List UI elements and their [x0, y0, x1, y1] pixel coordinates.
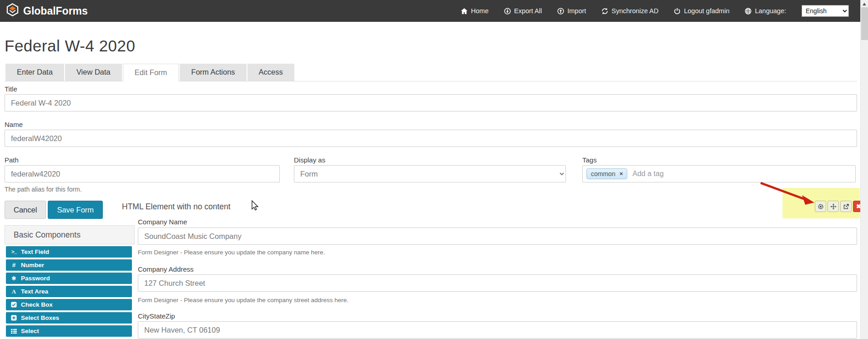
title-input[interactable]	[5, 94, 857, 111]
name-label: Name	[5, 121, 857, 128]
form-builder-area: Cancel Save Form Basic Components >_ Tex…	[5, 201, 857, 339]
tag-text: common	[591, 170, 616, 177]
component-select[interactable]: Select	[6, 325, 132, 337]
html-element-component: HTML Element with no content	[122, 202, 857, 212]
company-address-label: Company Address	[138, 265, 857, 273]
component-text-field[interactable]: >_ Text Field	[6, 246, 132, 258]
tab-access[interactable]: Access	[247, 64, 294, 81]
nav-export-all[interactable]: Export All	[504, 7, 542, 15]
nav-synchronize-ad[interactable]: Synchronize AD	[601, 7, 658, 15]
citystatezip-input[interactable]	[138, 321, 857, 339]
vertical-scrollbar	[860, 0, 868, 339]
component-password[interactable]: Password	[6, 273, 132, 284]
plus-square-icon	[10, 315, 17, 321]
name-input[interactable]	[5, 130, 857, 147]
list-icon	[10, 329, 17, 334]
tag-pill-common: common ×	[586, 168, 627, 179]
nav-language: Language:	[745, 7, 786, 15]
canvas-fields: Company Name Form Designer - Please ensu…	[138, 218, 857, 339]
component-action-toolbar: ✖	[815, 201, 864, 212]
checkbox-icon	[10, 302, 17, 308]
components-panel: Basic Components >_ Text Field # Number …	[5, 225, 135, 337]
hashtag-icon: #	[10, 262, 17, 268]
display-as-label: Display as	[294, 156, 566, 164]
nav-home[interactable]: Home	[461, 7, 489, 15]
export-circle-down-icon	[504, 8, 511, 15]
basic-components-header[interactable]: Basic Components	[5, 225, 135, 244]
scrollbar-thumb[interactable]	[861, 7, 868, 40]
path-input[interactable]	[5, 165, 280, 182]
tab-enter-data[interactable]: Enter Data	[5, 64, 64, 81]
component-number[interactable]: # Number	[6, 259, 132, 271]
move-icon[interactable]	[828, 201, 839, 212]
sync-icon	[601, 8, 608, 15]
tab-edit-form[interactable]: Edit Form	[123, 64, 179, 81]
cancel-button[interactable]: Cancel	[5, 201, 46, 219]
form-canvas: HTML Element with no content Company Nam…	[122, 202, 857, 339]
brand[interactable]: GlobalForms	[6, 3, 88, 19]
company-name-input[interactable]	[138, 228, 857, 245]
globe-icon	[745, 8, 752, 15]
tab-form-actions[interactable]: Form Actions	[180, 64, 246, 81]
external-link-icon[interactable]	[840, 201, 852, 212]
globalforms-logo-icon	[6, 3, 19, 19]
nav-logout[interactable]: Logout gfadmin	[674, 7, 729, 15]
component-check-box[interactable]: Check Box	[6, 299, 132, 310]
display-as-select[interactable]: Form	[294, 165, 566, 182]
path-label: Path	[5, 156, 280, 164]
component-select-boxes[interactable]: Select Boxes	[6, 312, 132, 324]
page-content: Federal W-4 2020 Enter Data View Data Ed…	[0, 37, 868, 339]
tag-remove-icon[interactable]: ×	[620, 170, 623, 177]
brand-name: GlobalForms	[23, 5, 88, 17]
font-icon: A	[10, 288, 17, 295]
power-icon	[674, 8, 681, 15]
tab-view-data[interactable]: View Data	[65, 64, 122, 81]
path-display-tags-row: Path Display as Form Tags common × Add a…	[5, 156, 857, 182]
tags-label: Tags	[582, 156, 856, 164]
home-icon	[461, 8, 468, 15]
tags-input[interactable]: common × Add a tag	[582, 165, 856, 182]
citystatezip-label: CityStateZip	[138, 312, 857, 320]
builder-left-column: Cancel Save Form Basic Components >_ Tex…	[5, 201, 135, 337]
component-text-area[interactable]: A Text Area	[6, 286, 132, 297]
company-address-help: Form Designer - Please ensure you update…	[138, 297, 857, 304]
language-select[interactable]: English	[802, 5, 849, 17]
top-navbar: GlobalForms Home Export All Import Synch…	[0, 0, 868, 22]
import-circle-up-icon	[557, 8, 564, 15]
save-form-button[interactable]: Save Form	[48, 201, 103, 219]
navbar-menu: Home Export All Import Synchronize AD Lo…	[461, 5, 849, 17]
page-title: Federal W-4 2020	[5, 37, 857, 55]
company-name-label: Company Name	[138, 218, 857, 226]
company-name-help: Form Designer - Please ensure you update…	[138, 249, 857, 256]
terminal-icon: >_	[10, 249, 17, 255]
tags-placeholder: Add a tag	[632, 170, 664, 178]
tab-bar: Enter Data View Data Edit Form Form Acti…	[5, 64, 857, 81]
asterisk-icon	[10, 276, 17, 281]
nav-import[interactable]: Import	[557, 7, 586, 15]
company-address-input[interactable]	[138, 274, 857, 292]
gear-icon[interactable]	[815, 201, 826, 212]
title-label: Title	[5, 85, 857, 93]
scrollbar-up-arrow-icon[interactable]	[863, 3, 866, 5]
path-help-text: The path alias for this form.	[5, 186, 857, 193]
